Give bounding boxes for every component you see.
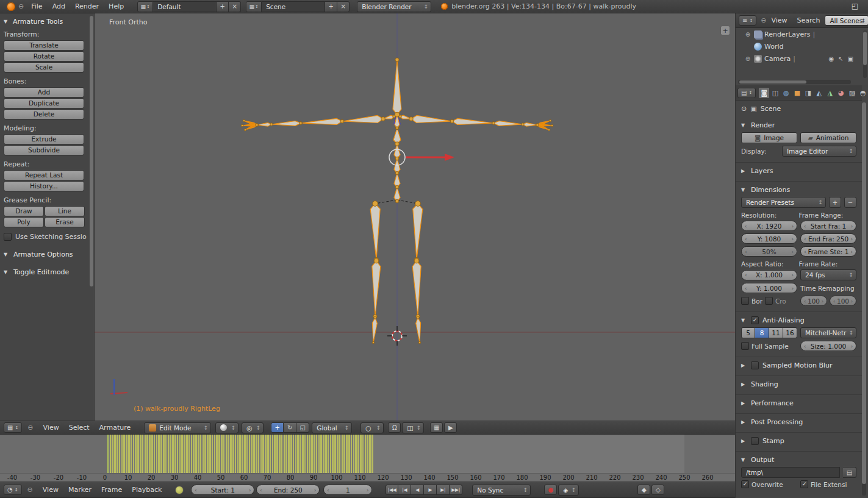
shading-dropdown[interactable] <box>215 422 239 433</box>
tab-render-icon[interactable]: ◙ <box>759 88 769 98</box>
outliner-v-scrollbar[interactable] <box>863 30 867 78</box>
bone-joint[interactable] <box>549 119 551 122</box>
resolution-x-field[interactable]: X: 1920 <box>741 221 797 231</box>
collapse-menus-icon[interactable]: ⊖ <box>18 2 24 10</box>
bone-joint[interactable] <box>395 142 400 146</box>
preview-range-icon[interactable] <box>175 486 184 494</box>
tab-data-icon[interactable]: ◮ <box>825 88 835 98</box>
armature-bone[interactable] <box>416 318 421 343</box>
timeline-ruler[interactable]: -40-30-20-100102030405060708090100110120… <box>0 473 735 482</box>
timeline-band[interactable] <box>0 435 735 473</box>
region-expand-icon[interactable]: + <box>720 26 730 35</box>
bone-joint[interactable] <box>548 129 550 131</box>
menu-view[interactable]: View <box>766 16 792 24</box>
prev-keyframe-button[interactable]: |◀ <box>398 485 411 495</box>
armature-bone[interactable] <box>394 187 400 201</box>
motion-blur-checkbox[interactable] <box>751 361 759 369</box>
gp-draw-button[interactable]: Draw <box>4 206 44 216</box>
armature-bone[interactable] <box>370 204 380 260</box>
menu-armature[interactable]: Armature <box>95 424 136 432</box>
tab-scene-icon[interactable]: ◫ <box>770 88 780 98</box>
expand-icon[interactable]: ⊕ <box>744 31 751 38</box>
selectability-pointer-icon[interactable]: ↖ <box>838 55 843 62</box>
menu-add[interactable]: Add <box>48 2 70 10</box>
bone-joint[interactable] <box>299 122 302 124</box>
render-engine-dropdown[interactable]: Blender Render <box>357 1 431 12</box>
snap-magnet-icon[interactable]: Ω <box>388 422 401 433</box>
proportional-edit-dropdown[interactable]: ○ <box>360 422 384 433</box>
extrude-button[interactable]: Extrude <box>4 134 84 144</box>
opengl-render-anim-icon[interactable]: ▶ <box>444 422 457 433</box>
preset-add-button[interactable]: + <box>829 197 841 208</box>
panel-open-icon[interactable]: ▼ <box>4 19 10 24</box>
bone-joint[interactable] <box>256 124 258 126</box>
menu-select[interactable]: Select <box>64 424 95 432</box>
armature-bone[interactable] <box>452 118 493 124</box>
current-frame-field[interactable]: 1 <box>323 485 372 495</box>
armature-bone[interactable] <box>393 60 401 115</box>
bone-joint[interactable] <box>395 171 399 175</box>
performance-title[interactable]: Performance <box>751 399 794 407</box>
add-bone-button[interactable]: Add <box>4 87 84 98</box>
jump-to-start-button[interactable]: |◀◀ <box>386 485 398 495</box>
collapse-menus-icon[interactable]: ⊖ <box>761 16 766 24</box>
remap-old-field[interactable]: 100 <box>800 296 827 306</box>
collapse-menus-icon[interactable]: ⊖ <box>27 424 33 432</box>
start-frame-field[interactable]: Start: 1 <box>191 485 254 495</box>
render-panel-title[interactable]: Render <box>751 121 775 129</box>
fps-dropdown[interactable]: 24 fps <box>800 269 856 280</box>
bone-joint[interactable] <box>417 316 419 319</box>
screen-name-field[interactable]: Default <box>153 1 217 12</box>
stamp-title[interactable]: Stamp <box>762 437 784 445</box>
rotate-button[interactable]: Rotate <box>4 51 84 62</box>
blender-menu-button[interactable] <box>4 1 18 12</box>
screen-close-button[interactable]: × <box>229 1 241 12</box>
scale-button[interactable]: Scale <box>4 62 84 73</box>
tab-constraints-icon[interactable]: ◨ <box>803 88 813 98</box>
tab-world-icon[interactable]: ◍ <box>781 88 791 98</box>
menu-help[interactable]: Help <box>104 2 129 10</box>
viewport-3d[interactable]: Front Ortho (1) walk-proudly RightLeg + <box>95 13 735 421</box>
bone-joint[interactable] <box>340 119 344 123</box>
menu-marker[interactable]: Marker <box>63 486 96 494</box>
outliner-display-dropdown[interactable]: All Scenes <box>825 15 868 26</box>
output-path-field[interactable]: /tmp\ <box>741 467 840 478</box>
render-image-button[interactable]: ◙Image <box>741 132 797 143</box>
properties-scrollbar[interactable] <box>862 102 866 496</box>
armature-bone[interactable] <box>301 118 342 124</box>
scene-close-button[interactable]: × <box>337 1 350 12</box>
window-layout-icon[interactable]: ◰ <box>852 2 858 10</box>
shading-title[interactable]: Shading <box>751 380 778 388</box>
armature-bone[interactable] <box>413 204 423 260</box>
opengl-render-icon[interactable]: ▦ <box>430 422 443 433</box>
bone-joint[interactable] <box>399 115 401 118</box>
repeat-last-button[interactable]: Repeat Last <box>4 170 84 180</box>
bone-joint[interactable] <box>522 123 524 126</box>
bone-joint[interactable] <box>244 129 246 131</box>
armature-bone[interactable] <box>412 261 421 316</box>
armature-bone[interactable] <box>257 123 271 126</box>
bone-joint[interactable] <box>414 258 419 263</box>
outliner-h-scrollbar[interactable] <box>738 80 851 84</box>
frame-end-field[interactable]: End Fra: 250 <box>800 233 856 244</box>
scene-add-button[interactable]: + <box>325 1 337 12</box>
display-dropdown[interactable]: Image Editor <box>782 146 856 157</box>
play-reverse-button[interactable]: ◀ <box>411 485 424 495</box>
tool-shelf-scrollbar[interactable] <box>90 16 93 286</box>
antialiasing-checkbox[interactable]: ✓ <box>751 316 759 324</box>
duplicate-button[interactable]: Duplicate <box>4 98 84 108</box>
overwrite-checkbox[interactable]: ✓ <box>741 480 749 488</box>
sketching-checkbox[interactable] <box>4 233 12 241</box>
play-button[interactable]: ▶ <box>424 485 437 495</box>
folder-browse-icon[interactable]: ▤ <box>843 467 856 478</box>
bone-joint[interactable] <box>415 201 421 207</box>
bone-joint[interactable] <box>450 119 454 123</box>
render-presets-dropdown[interactable]: Render Presets <box>741 197 826 208</box>
history-button[interactable]: History... <box>4 181 84 191</box>
expand-icon[interactable]: ⊕ <box>744 55 751 62</box>
scale-manipulator-icon[interactable]: ◱ <box>296 422 309 433</box>
scene-name-field[interactable]: Scene <box>262 1 325 12</box>
delete-button[interactable]: Delete <box>4 109 84 119</box>
tab-modifiers-icon[interactable]: ◭ <box>814 88 824 98</box>
next-keyframe-button[interactable]: ▶| <box>437 485 450 495</box>
